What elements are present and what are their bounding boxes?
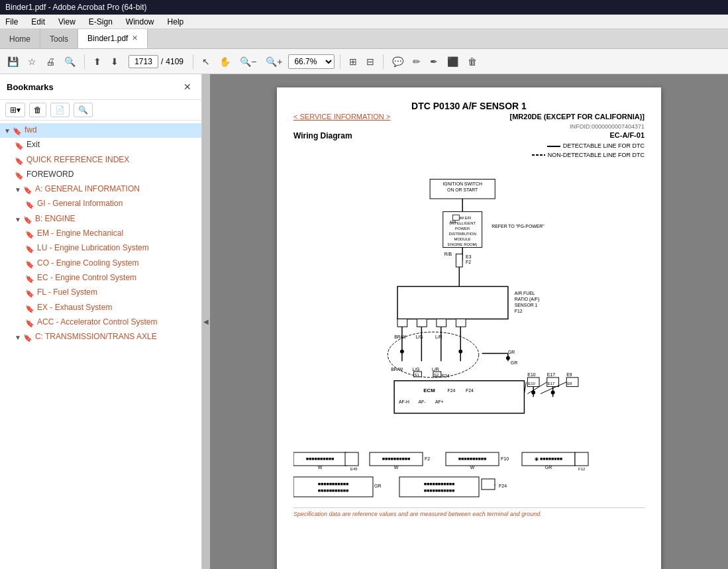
svg-point-40 [400, 350, 404, 354]
svg-text:ECM: ECM [423, 388, 435, 393]
bookmark-gi[interactable]: 🔖 GI - General Information [21, 197, 201, 211]
bookmark-lu-label: LU - Engine Lubrication System [37, 243, 197, 254]
delete-bookmark-button[interactable]: 🗑 [29, 103, 46, 117]
bookmark-quick-ref[interactable]: 🔖 QUICK REFERENCE INDEX [11, 153, 201, 168]
bookmark-exit[interactable]: 🔖 Exit [11, 138, 201, 152]
menu-view[interactable]: View [56, 16, 78, 28]
svg-text:F24: F24 [442, 374, 450, 378]
nav-next-button[interactable]: ⬇ [107, 54, 122, 69]
bookmark-general-info-group[interactable]: ▼ 🔖 A: GENERAL INFORMATION [11, 182, 201, 197]
svg-rect-54 [394, 381, 524, 413]
pdf-service-info-link[interactable]: < SERVICE INFORMATION > [293, 113, 390, 121]
bookmark-ex[interactable]: 🔖 EX - Exhaust System [21, 301, 201, 315]
tab-binder1[interactable]: Binder1.pdf ✕ [78, 29, 148, 48]
bookmark-fl[interactable]: 🔖 FL - Fuel System [21, 285, 201, 300]
tab-home[interactable]: Home [0, 29, 40, 48]
trash-button[interactable]: 🗑 [464, 54, 480, 69]
highlight-button[interactable]: ✏ [409, 54, 424, 69]
title-bar-text: Binder1.pdf - Adobe Acrobat Pro (64-bit) [5, 3, 146, 12]
fit-page-button[interactable]: ⊞ [346, 54, 360, 69]
wiring-title: Wiring Diagram [293, 131, 352, 140]
expand-all-button[interactable]: ⊞▾ [5, 103, 25, 117]
svg-point-45 [506, 356, 510, 360]
nav-prev-button[interactable]: ⬆ [90, 54, 105, 69]
save-button[interactable]: 💾 [4, 54, 22, 69]
bookmark-foreword[interactable]: 🔖 FOREWORD [11, 168, 201, 182]
page-separator: / [161, 57, 163, 66]
triangle-trans-icon: ▼ [15, 333, 21, 342]
svg-text:REFER TO "PG-POWER": REFER TO "PG-POWER" [492, 224, 545, 229]
print-button[interactable]: 🖨 [42, 54, 58, 69]
svg-point-41 [458, 350, 462, 354]
tab-close-icon[interactable]: ✕ [132, 34, 138, 42]
bookmark-button[interactable]: ☆ [25, 54, 40, 69]
fit-width-button[interactable]: ⊟ [363, 54, 378, 69]
bookmark-acc[interactable]: 🔖 ACC - Accelerator Control System [21, 315, 201, 330]
menu-bar: File Edit View E-Sign Window Help [0, 15, 728, 29]
svg-text:■■■■■■■■■■: ■■■■■■■■■■ [382, 456, 410, 461]
bookmark-ec-label: EC - Engine Control System [37, 273, 197, 284]
new-bookmark-button[interactable]: 📄 [50, 103, 70, 117]
legend: DETECTABLE LINE FOR DTC NON-DETECTABLE L… [532, 142, 645, 160]
svg-text:E45: E45 [350, 467, 358, 471]
bookmark-engine-label: B: ENGINE [35, 214, 197, 225]
bookmark-ex-icon: 🔖 [25, 304, 34, 313]
menu-window[interactable]: Window [123, 16, 157, 28]
bookmark-fwd[interactable]: ▼ 🔖 fwd [0, 123, 201, 138]
sidebar-options-button[interactable]: ✕ [180, 79, 195, 94]
bookmark-exit-icon: 🔖 [15, 141, 24, 150]
page-total: 4109 [166, 57, 183, 66]
svg-text:RATIO (A/F): RATIO (A/F) [515, 297, 540, 302]
zoom-minus-button[interactable]: 🔍− [236, 54, 260, 69]
bookmark-co-icon: 🔖 [25, 260, 34, 269]
bookmark-fl-icon: 🔖 [25, 289, 34, 298]
bookmark-co[interactable]: 🔖 CO - Engine Cooling System [21, 256, 201, 271]
svg-rect-96 [575, 452, 588, 466]
zoom-out-button[interactable]: 🔍 [61, 54, 79, 69]
redact-button[interactable]: ⬛ [444, 54, 462, 69]
menu-help[interactable]: Help [165, 16, 187, 28]
svg-text:MODULE: MODULE [454, 237, 471, 241]
menu-file[interactable]: File [3, 16, 21, 28]
svg-text:F10: F10 [501, 456, 509, 461]
bookmark-gi-icon: 🔖 [25, 200, 34, 209]
legend-non-detectable: NON-DETECTABLE LINE FOR DTC [548, 151, 645, 160]
bookmark-ec[interactable]: 🔖 EC - Engine Control System [21, 271, 201, 285]
menu-esign[interactable]: E-Sign [86, 16, 115, 28]
svg-text:E9: E9 [566, 372, 572, 377]
cursor-tool-button[interactable]: ↖ [199, 54, 213, 69]
sidebar: Bookmarks ✕ ⊞▾ 🗑 📄 🔍 ▼ 🔖 fwd 🔖 Exit [0, 74, 202, 569]
triangle-fwd-icon: ▼ [4, 127, 11, 135]
sidebar-collapse-button[interactable]: ◀ [202, 74, 210, 569]
zoom-plus-button[interactable]: 🔍+ [262, 54, 286, 69]
sign-button[interactable]: ✒ [427, 54, 441, 69]
zoom-select[interactable]: 66.7% 50% 75% 100% 125% [288, 54, 335, 69]
svg-text:F24: F24 [466, 388, 474, 393]
svg-text:■■■■■■■■■■■: ■■■■■■■■■■■ [318, 482, 349, 486]
bookmark-trans-label: C: TRANSMISSION/TRANS AXLE [35, 332, 197, 342]
bookmark-lu[interactable]: 🔖 LU - Engine Lubrication System [21, 241, 201, 256]
svg-text:AF+: AF+ [435, 399, 444, 404]
svg-text:E17: E17 [547, 372, 555, 377]
tab-home-label: Home [9, 34, 30, 44]
bookmark-engine-group[interactable]: ▼ 🔖 B: ENGINE [11, 212, 201, 227]
comment-button[interactable]: 💬 [389, 54, 407, 69]
svg-text:F24: F24 [499, 484, 507, 488]
svg-text:L/G: L/G [413, 367, 420, 372]
tab-tools[interactable]: Tools [40, 29, 78, 48]
page-number-input[interactable] [129, 55, 158, 68]
sidebar-title: Bookmarks [7, 82, 54, 92]
svg-text:W: W [470, 465, 475, 470]
search-bookmark-button[interactable]: 🔍 [74, 103, 93, 117]
bookmark-quick-ref-label: QUICK REFERENCE INDEX [26, 155, 197, 166]
svg-text:F2: F2 [466, 260, 471, 264]
svg-rect-29 [417, 319, 427, 327]
menu-edit[interactable]: Edit [28, 16, 48, 28]
svg-text:S2: S2 [434, 373, 439, 377]
bookmark-gen-info-label: A: GENERAL INFORMATION [35, 184, 197, 195]
bookmark-em[interactable]: 🔖 EM - Engine Mechanical [21, 227, 201, 241]
svg-text:BR/W: BR/W [391, 367, 403, 372]
bookmark-fwd-icon: 🔖 [13, 127, 22, 136]
hand-tool-button[interactable]: ✋ [216, 54, 234, 69]
bookmark-transmission-group[interactable]: ▼ 🔖 C: TRANSMISSION/TRANS AXLE [11, 330, 201, 344]
